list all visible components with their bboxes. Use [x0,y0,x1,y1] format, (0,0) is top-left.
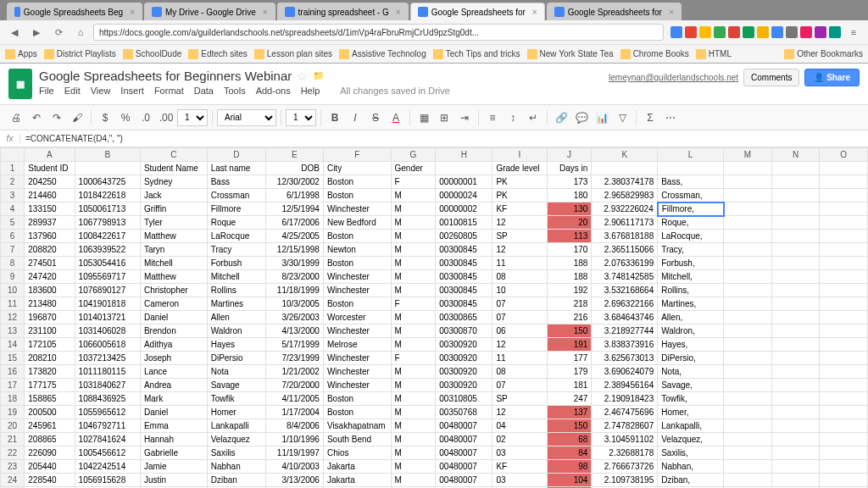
col-header-G[interactable]: G [391,148,436,162]
col-header-H[interactable]: H [436,148,492,162]
cell[interactable] [724,270,772,284]
browser-tab[interactable]: training spreadsheet - G× [277,3,409,20]
cell[interactable]: 208210 [25,352,75,365]
menu-icon[interactable]: ≡ [844,23,863,42]
cell[interactable]: 8/23/2000 [265,270,323,284]
bookmark-item[interactable]: Apps [5,49,37,59]
cell[interactable]: Hayes [207,338,265,352]
cell[interactable]: Winchester [323,202,391,216]
cell[interactable]: Martines, [658,297,724,311]
cell[interactable]: 3/13/2006 [265,474,323,487]
cell[interactable]: Newton [323,243,391,257]
cell[interactable]: Jakarta [323,474,391,487]
cell[interactable]: 7/20/2000 [265,379,323,392]
cell[interactable]: Bass, [658,175,724,189]
col-header-D[interactable]: D [207,148,265,162]
cell[interactable]: 04 [492,419,547,433]
cell[interactable]: Allen, [658,311,724,324]
cell[interactable]: Forbush, [658,257,724,270]
cell[interactable] [820,446,868,460]
cell[interactable]: M [391,406,436,419]
bookmark-item[interactable]: Chrome Books [620,49,689,59]
cell[interactable]: 1050061713 [75,202,140,216]
cell[interactable]: 08 [492,365,547,379]
italic-icon[interactable]: I [346,108,364,127]
cell[interactable]: 208820 [25,243,75,257]
cell[interactable]: Lankapalli, [658,419,724,433]
text-color-icon[interactable]: A [387,108,405,127]
cell[interactable] [724,202,772,216]
cell[interactable] [724,216,772,230]
cell[interactable]: 12 [492,338,547,352]
cell[interactable]: 2.365115066 [592,243,658,257]
menu-file[interactable]: File [39,86,54,96]
cell[interactable]: 1041901818 [75,297,140,311]
cell[interactable] [771,257,819,270]
row-header[interactable]: 6 [1,230,25,243]
cell[interactable]: Velazquez [207,433,265,446]
wrap-icon[interactable]: ↵ [524,108,542,127]
row-header[interactable]: 24 [1,474,25,487]
other-bookmarks[interactable]: Other Bookmarks [784,49,863,59]
cell[interactable]: Nabhan [207,460,265,474]
cell[interactable]: M [391,379,436,392]
folder-icon[interactable]: 📁 [313,70,325,81]
cell[interactable]: Hayes, [658,338,724,352]
cell[interactable]: 3.748142585 [592,270,658,284]
cell[interactable]: F [391,297,436,311]
bookmark-item[interactable]: Lesson plan sites [254,49,332,59]
row-header[interactable]: 23 [1,460,25,474]
cell[interactable]: Roque, [658,216,724,230]
cell[interactable]: M [391,311,436,324]
cell[interactable]: 196870 [25,311,75,324]
cell[interactable] [820,175,868,189]
cell[interactable]: M [391,338,436,352]
cell[interactable]: M [391,243,436,257]
cell[interactable]: 214460 [25,189,75,202]
cell[interactable]: 137960 [25,230,75,243]
cell[interactable]: Allen [207,311,265,324]
cell[interactable] [771,406,819,419]
cell[interactable]: Towfik, [658,392,724,406]
cell[interactable]: 104 [547,474,592,487]
cell[interactable]: 98 [547,460,592,474]
cell[interactable]: 02 [492,433,547,446]
reload-icon[interactable]: ⟳ [49,23,68,42]
cell[interactable] [820,419,868,433]
cell[interactable]: Towfik [207,392,265,406]
cell[interactable]: 1005456612 [75,446,140,460]
cell[interactable] [724,474,772,487]
cell[interactable]: 1095569717 [75,270,140,284]
cell[interactable] [724,175,772,189]
cell[interactable] [724,230,772,243]
cell[interactable]: 130 [547,202,592,216]
row-header[interactable]: 7 [1,243,25,257]
cell[interactable] [771,474,819,487]
col-header-N[interactable]: N [771,148,819,162]
cell[interactable]: 20 [547,216,592,230]
cell[interactable]: 1067798913 [75,216,140,230]
merge-icon[interactable]: ⇥ [455,108,474,127]
cell[interactable]: 1/10/1996 [265,433,323,446]
cell[interactable]: 11 [492,352,547,365]
cell[interactable] [724,433,772,446]
cell[interactable]: Mitchell, [658,270,724,284]
cell[interactable]: 188 [547,270,592,284]
cell[interactable]: 1056915628 [75,474,140,487]
cell[interactable]: 1046792711 [75,419,140,433]
col-header-I[interactable]: I [492,148,547,162]
cell[interactable]: 183600 [25,284,75,297]
cell[interactable]: 247420 [25,270,75,284]
cell[interactable]: Crossman, [658,189,724,202]
cell[interactable]: Boston [323,257,391,270]
cell[interactable] [820,243,868,257]
cell[interactable]: Winchester [323,379,391,392]
col-header-E[interactable]: E [265,148,323,162]
cell[interactable]: KF [492,202,547,216]
cell[interactable]: 133150 [25,202,75,216]
cell[interactable]: 12/5/1994 [265,202,323,216]
cell[interactable]: 2.076336199 [592,257,658,270]
user-email[interactable]: lemeynan@guilderlandschools.net [609,73,738,82]
cell[interactable]: 1027841624 [75,433,140,446]
cell[interactable] [771,338,819,352]
